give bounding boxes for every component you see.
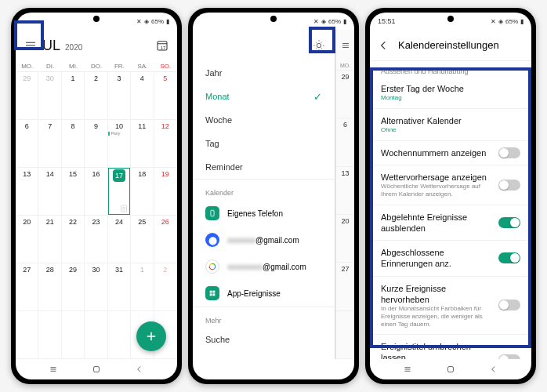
calendar-day-cell[interactable]: 29	[336, 71, 354, 118]
calendar-grid[interactable]: 293012345678910Party11121314151617181920…	[16, 72, 177, 359]
setting-alt-calendar[interactable]: Alternativer KalenderOhne	[370, 109, 531, 141]
setting-declined[interactable]: Abgelehnte Ereignisse ausblenden	[370, 205, 531, 241]
setting-completed[interactable]: Abgeschlossene Erinnerungen anz.	[370, 241, 531, 277]
battery-icon: ▮	[343, 18, 346, 25]
hamburger-icon[interactable]	[24, 38, 38, 53]
calendar-day-cell[interactable]: 14	[38, 168, 61, 216]
calendar-day-cell[interactable]: 15	[62, 168, 85, 216]
svg-rect-34	[447, 367, 453, 372]
android-navbar[interactable]	[370, 359, 531, 379]
calendar-day-cell[interactable]: 13	[16, 168, 38, 216]
back-icon[interactable]	[378, 39, 390, 52]
toggle[interactable]	[498, 147, 520, 158]
svg-rect-23	[210, 291, 212, 293]
phone-drawer: ✕ ◈ 65% ▮ MO. 296132027 Jahr Monat✓ Woch…	[188, 8, 359, 384]
calendar-day-cell[interactable]	[16, 311, 38, 359]
calendar-day-cell[interactable]: 29	[16, 72, 38, 120]
calendar-app-events[interactable]: App-Ereignisse	[193, 280, 335, 307]
drawer-search[interactable]: Suche	[193, 328, 335, 351]
add-event-fab[interactable]	[136, 321, 166, 351]
weekday-label: MI.	[62, 63, 85, 70]
svg-rect-26	[212, 293, 215, 296]
calendar-day-cell[interactable]	[38, 311, 61, 359]
today-icon[interactable]: 17	[155, 38, 169, 53]
calendar-day-cell[interactable]: 20	[16, 216, 38, 263]
back-icon[interactable]	[134, 364, 145, 375]
calendar-day-cell[interactable]: 3	[108, 72, 131, 120]
calendar-day-cell[interactable]: 30	[38, 72, 61, 120]
calendar-day-cell[interactable]: 22	[62, 216, 85, 263]
calendar-day-cell[interactable]: 13	[336, 167, 354, 215]
view-day[interactable]: Tag	[193, 132, 335, 155]
recents-icon[interactable]	[48, 364, 59, 375]
calendar-day-cell[interactable]: 27	[16, 263, 38, 311]
calendar-day-cell[interactable]	[62, 311, 85, 359]
setting-short-events[interactable]: Kurze Ereignisse hervorhebenIn der Monat…	[370, 277, 531, 335]
recents-icon[interactable]	[402, 364, 413, 375]
event-chip[interactable]: Party	[108, 132, 130, 136]
calendar-day-cell[interactable]: 24	[108, 216, 131, 263]
calendar-day-cell[interactable]	[336, 311, 354, 359]
calendar-day-cell[interactable]: 25	[131, 216, 154, 263]
toggle[interactable]	[498, 354, 520, 359]
android-navbar[interactable]	[16, 359, 177, 379]
calendar-day-cell[interactable]: 28	[38, 263, 61, 311]
calendar-day-cell[interactable]: 5	[154, 72, 177, 120]
vibrate-icon: ✕	[491, 18, 496, 25]
calendar-day-cell[interactable]: 29	[62, 263, 85, 311]
calendar-gmail-1[interactable]: ⬤ xxxxxxxx@gmail.com	[193, 227, 335, 253]
calendar-day-cell[interactable]: 16	[85, 168, 107, 216]
calendar-day-cell[interactable]: 30	[85, 263, 107, 311]
svg-point-8	[125, 208, 125, 209]
calendar-header: UL 2020 17	[16, 30, 177, 61]
gear-icon[interactable]	[313, 39, 325, 52]
calendar-day-cell[interactable]: 10Party	[108, 120, 131, 168]
calendar-day-cell[interactable]: 20	[336, 215, 354, 263]
view-month[interactable]: Monat✓	[193, 85, 335, 108]
calendar-own-phone[interactable]: Eigenes Telefon	[193, 200, 335, 227]
setting-weather[interactable]: Wettervorhersage anzeigenWöchentliche We…	[370, 165, 531, 205]
calendar-day-cell[interactable]: 8	[62, 120, 85, 168]
setting-first-day[interactable]: Erster Tag der WocheMontag	[370, 77, 531, 109]
calendar-day-cell[interactable]: 11	[131, 120, 154, 168]
toggle[interactable]	[498, 180, 520, 191]
calendar-day-cell[interactable]: 17	[108, 168, 131, 216]
view-week[interactable]: Woche	[193, 108, 335, 132]
hamburger-icon[interactable]	[341, 41, 350, 50]
calendar-day-cell[interactable]: 12	[154, 120, 177, 168]
calendar-day-cell[interactable]: 1	[131, 263, 154, 311]
calendar-day-cell[interactable]: 2	[85, 72, 107, 120]
view-reminder[interactable]: Reminder	[193, 155, 335, 179]
calendar-day-cell[interactable]: 6	[16, 120, 38, 168]
calendar-day-cell[interactable]: 7	[38, 120, 61, 168]
calendar-day-cell[interactable]: 21	[38, 216, 61, 263]
year-label: 2020	[65, 40, 82, 52]
calendar-day-cell[interactable]	[108, 311, 131, 359]
month-label[interactable]: UL	[42, 38, 60, 54]
setting-wrap-titles[interactable]: Ereignistitel umbrechen lassenZulassen, …	[370, 335, 531, 359]
calendar-day-cell[interactable]: 6	[336, 118, 354, 166]
section-more: Mehr	[193, 307, 335, 328]
toggle[interactable]	[498, 299, 520, 310]
calendar-day-cell[interactable]: 31	[108, 263, 131, 311]
calendar-sliver[interactable]: MO. 296132027	[335, 30, 354, 359]
calendar-day-cell[interactable]: 19	[154, 168, 177, 216]
calendar-day-cell[interactable]: 9	[85, 120, 107, 168]
calendar-day-cell[interactable]: 26	[154, 216, 177, 263]
view-year[interactable]: Jahr	[193, 61, 335, 85]
toggle[interactable]	[498, 252, 520, 263]
calendar-day-cell[interactable]: 4	[131, 72, 154, 120]
calendar-gmail-2[interactable]: xxxxxxxxxx@gmail.com	[193, 253, 335, 280]
calendar-day-cell[interactable]: 27	[336, 263, 354, 310]
home-icon[interactable]	[445, 364, 456, 375]
note-icon	[119, 204, 129, 213]
calendar-day-cell[interactable]	[85, 311, 107, 359]
calendar-day-cell[interactable]: 18	[131, 168, 154, 216]
calendar-day-cell[interactable]: 2	[154, 263, 177, 311]
setting-week-numbers[interactable]: Wochennummern anzeigen	[370, 141, 531, 165]
back-icon[interactable]	[488, 364, 499, 375]
calendar-day-cell[interactable]: 23	[85, 216, 107, 263]
toggle[interactable]	[498, 217, 520, 228]
calendar-day-cell[interactable]: 1	[62, 72, 85, 120]
home-icon[interactable]	[91, 364, 102, 375]
